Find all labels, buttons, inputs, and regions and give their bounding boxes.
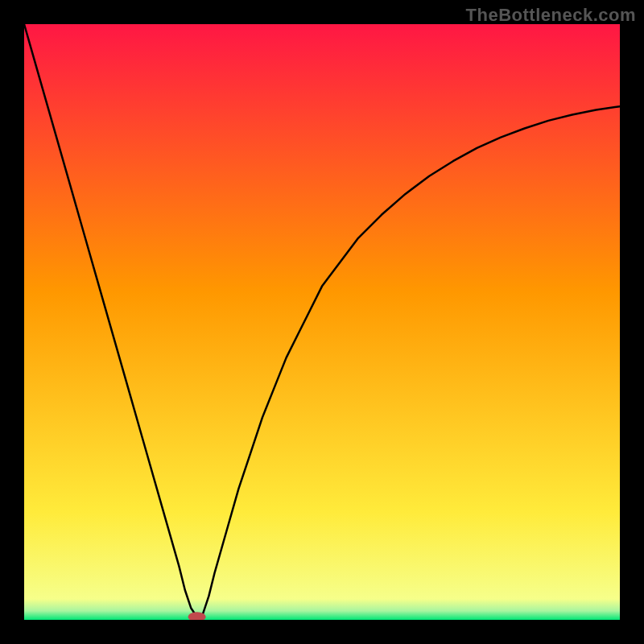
chart-plot bbox=[24, 24, 620, 620]
watermark-text: TheBottleneck.com bbox=[466, 5, 636, 26]
chart-frame: TheBottleneck.com bbox=[0, 0, 644, 644]
chart-background bbox=[24, 24, 620, 620]
